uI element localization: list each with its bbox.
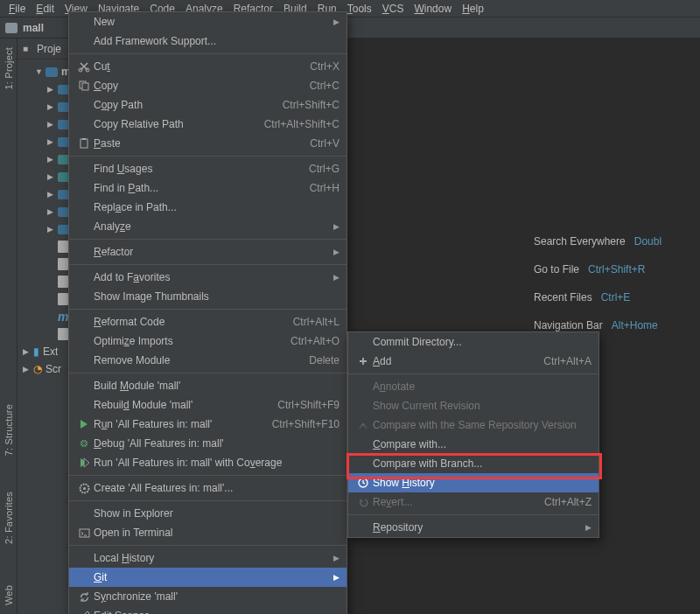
menu-item-show-image-thumbnails[interactable]: Show Image Thumbnails — [69, 287, 346, 306]
copy-icon — [76, 79, 92, 93]
icon-slot — [355, 399, 371, 413]
submenu-arrow-icon: ▶ — [585, 523, 592, 532]
menu-item-label: Copy Relative Path — [94, 118, 264, 130]
menu-item-label: Repository — [373, 521, 592, 534]
menu-shortcut: Ctrl+V — [310, 137, 340, 150]
icon-slot — [76, 270, 92, 284]
debug-icon — [76, 436, 92, 450]
menu-item-label: Analyze — [94, 220, 340, 233]
menu-separator — [348, 514, 598, 515]
menu-item-synchronize-mall[interactable]: Synchronize 'mall' — [69, 587, 346, 606]
menu-item-new[interactable]: New▶ — [69, 12, 346, 31]
menu-item-build-module-mall[interactable]: Build Module 'mall' — [69, 376, 346, 395]
menu-item-label: Compare with... — [373, 438, 592, 450]
menu-separator — [69, 373, 346, 373]
cover-icon — [76, 456, 92, 470]
menu-item-compare-with-branch[interactable]: Compare with Branch... — [348, 454, 598, 473]
menu-item-label: Revert... — [373, 496, 544, 508]
menu-item-label: Add Framework Support... — [94, 35, 340, 47]
menu-help[interactable]: Help — [457, 3, 489, 15]
gutter-structure[interactable]: 7: Structure — [4, 404, 14, 456]
breadcrumb-root[interactable]: mall — [23, 22, 44, 34]
svg-rect-5 — [82, 138, 86, 140]
menu-separator — [69, 545, 346, 546]
menu-item-copy-relative-path[interactable]: Copy Relative PathCtrl+Alt+Shift+C — [69, 115, 346, 134]
icon-slot — [76, 200, 92, 214]
menu-item-add-framework-support[interactable]: Add Framework Support... — [69, 31, 346, 51]
menu-item-reformat-code[interactable]: Reformat CodeCtrl+Alt+L — [69, 312, 346, 331]
menu-item-show-in-explorer[interactable]: Show in Explorer — [69, 504, 346, 523]
menu-item-compare-with[interactable]: Compare with... — [348, 435, 598, 454]
menu-item-copy-path[interactable]: Copy PathCtrl+Shift+C — [69, 95, 346, 115]
menu-shortcut: Ctrl+Alt+O — [290, 335, 340, 347]
menu-item-paste[interactable]: PasteCtrl+V — [69, 134, 346, 153]
icon-slot — [76, 570, 92, 584]
menu-separator — [69, 500, 346, 501]
menu-shortcut: Delete — [309, 354, 340, 366]
menu-item-copy[interactable]: CopyCtrl+C — [69, 76, 346, 95]
menu-item-edit-scopes[interactable]: Edit Scopes... — [69, 606, 346, 614]
menu-file[interactable]: File — [4, 3, 31, 15]
menu-window[interactable]: Window — [409, 3, 457, 15]
menu-item-add-to-favorites[interactable]: Add to Favorites▶ — [69, 268, 346, 287]
gutter-favorites[interactable]: 2: Favorites — [4, 492, 14, 544]
hint-row: Search EverywhereDoubl — [534, 235, 662, 248]
gutter-web[interactable]: Web — [4, 585, 14, 605]
menu-item-open-in-terminal[interactable]: Open in Terminal — [69, 523, 346, 542]
menu-item-label: Edit Scopes... — [94, 610, 340, 614]
menu-item-create-all-features-in-mall[interactable]: Create 'All Features in: mall'... — [69, 478, 346, 498]
menu-item-label: Show Image Thumbnails — [94, 290, 340, 303]
icon-slot — [355, 380, 371, 394]
menu-item-run-all-features-in-mall-with-coverage[interactable]: Run 'All Features in: mall' with Coverag… — [69, 453, 346, 472]
menu-item-git[interactable]: Git▶ — [69, 568, 346, 587]
menu-item-label: Replace in Path... — [94, 201, 340, 213]
menu-item-debug-all-features-in-mall[interactable]: Debug 'All Features in: mall' — [69, 434, 346, 453]
hint-row: Navigation BarAlt+Home — [534, 319, 662, 331]
menu-item-label: Compare with the Same Repository Version — [373, 419, 592, 431]
menu-item-analyze[interactable]: Analyze▶ — [69, 217, 346, 236]
gutter-project[interactable]: 1: Project — [4, 47, 14, 89]
menu-item-replace-in-path[interactable]: Replace in Path... — [69, 198, 346, 217]
icon-slot — [355, 520, 371, 534]
clock-icon — [355, 476, 371, 490]
git-submenu[interactable]: Commit Directory...AddCtrl+Alt+AAnnotate… — [347, 331, 599, 538]
menu-shortcut: Ctrl+C — [310, 80, 340, 92]
menu-item-find-in-path[interactable]: Find in Path...Ctrl+H — [69, 178, 346, 198]
menu-edit[interactable]: Edit — [31, 3, 60, 15]
menu-item-rebuild-module-mall[interactable]: Rebuild Module 'mall'Ctrl+Shift+F9 — [69, 395, 346, 415]
menu-item-revert: Revert...Ctrl+Alt+Z — [348, 492, 598, 512]
menu-item-local-history[interactable]: Local History▶ — [69, 548, 346, 568]
menu-shortcut: Ctrl+X — [310, 60, 340, 73]
menu-item-cut[interactable]: CutCtrl+X — [69, 57, 346, 76]
submenu-arrow-icon: ▶ — [333, 222, 340, 231]
left-tool-gutter: 1: Project 7: Structure 2: Favorites Web — [0, 38, 18, 614]
menu-item-optimize-imports[interactable]: Optimize ImportsCtrl+Alt+O — [69, 331, 346, 351]
menu-item-label: Add to Favorites — [94, 271, 340, 283]
icon-slot — [355, 335, 371, 349]
menu-item-remove-module[interactable]: Remove ModuleDelete — [69, 351, 346, 370]
menu-item-label: Annotate — [373, 380, 592, 393]
gear-icon — [76, 481, 92, 495]
submenu-arrow-icon: ▶ — [333, 273, 340, 282]
menu-item-label: Open in Terminal — [94, 527, 340, 539]
project-context-menu[interactable]: New▶Add Framework Support...CutCtrl+XCop… — [68, 11, 347, 614]
icon-slot — [76, 506, 92, 520]
menu-item-repository[interactable]: Repository▶ — [348, 518, 598, 537]
menu-item-label: Compare with Branch... — [373, 457, 592, 470]
menu-vcs[interactable]: VCS — [377, 3, 410, 15]
menu-item-find-usages[interactable]: Find UsagesCtrl+G — [69, 159, 346, 178]
menu-item-refactor[interactable]: Refactor▶ — [69, 242, 346, 262]
icon-slot — [76, 353, 92, 367]
menu-item-commit-directory[interactable]: Commit Directory... — [348, 332, 598, 352]
menu-item-label: Commit Directory... — [373, 336, 592, 348]
menu-item-add[interactable]: AddCtrl+Alt+A — [348, 352, 598, 371]
menu-item-show-history[interactable]: Show History — [348, 473, 598, 492]
menu-item-label: Debug 'All Features in: mall' — [94, 437, 340, 450]
menu-shortcut: Ctrl+Alt+Shift+C — [264, 118, 340, 130]
menu-shortcut: Ctrl+H — [310, 182, 340, 194]
menu-item-label: Find in Path... — [94, 182, 310, 194]
menu-item-run-all-features-in-mall[interactable]: Run 'All Features in: mall'Ctrl+Shift+F1… — [69, 415, 346, 434]
menu-item-label: Copy — [94, 80, 310, 92]
menu-item-label: New — [94, 16, 340, 28]
svg-point-8 — [83, 487, 86, 490]
